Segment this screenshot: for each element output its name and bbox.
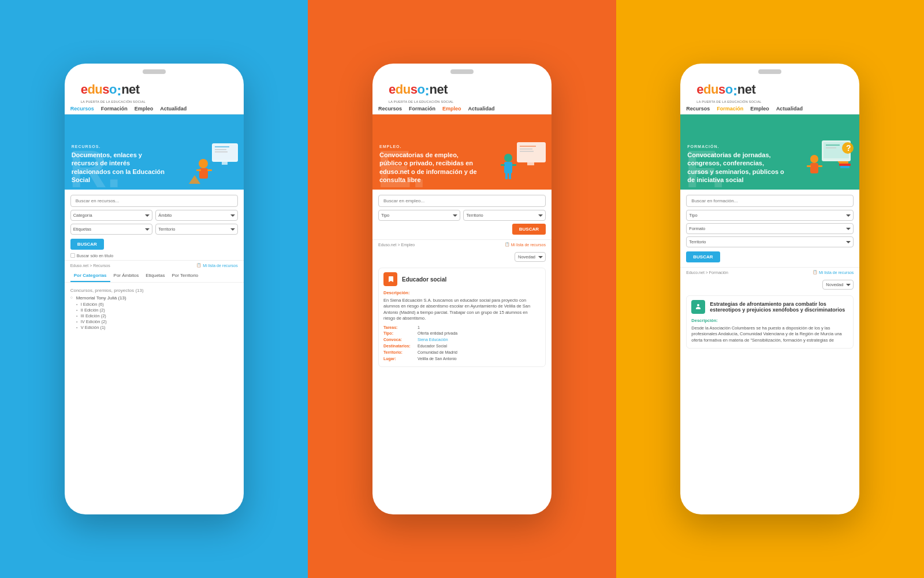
meta-tareas-label: Tareas: bbox=[383, 325, 415, 331]
buscar-button-empleo[interactable]: BUSCAR bbox=[512, 224, 546, 235]
cat-sub-1[interactable]: I Edición (6) bbox=[70, 302, 238, 307]
svg-text:?: ? bbox=[846, 143, 851, 153]
nav-empleo-2[interactable]: Empleo bbox=[442, 106, 461, 112]
result-header-formacion: Estrategias de afrontamiento para combat… bbox=[687, 296, 853, 318]
hero-illustration bbox=[180, 132, 244, 190]
my-list-link-formacion[interactable]: 📋 Mi lista de recursos bbox=[813, 270, 854, 275]
logo-dot: : bbox=[117, 81, 121, 99]
svg-rect-6 bbox=[207, 169, 212, 171]
list-icon: 📋 bbox=[196, 263, 202, 268]
nav-recursos-2[interactable]: Recursos bbox=[378, 106, 402, 112]
cat-sub-3[interactable]: III Edición (2) bbox=[70, 313, 238, 318]
result-card-formacion: Estrategias de afrontamiento para combat… bbox=[686, 295, 854, 349]
filter-etiquetas[interactable]: Etiquetas bbox=[70, 224, 153, 235]
svg-rect-36 bbox=[833, 162, 839, 171]
search-area-empleo: Tipo Territorio BUSCAR bbox=[372, 190, 552, 239]
svg-point-3 bbox=[199, 159, 208, 168]
hero-title-2: Convocatorias de empleo, público o priva… bbox=[379, 151, 478, 184]
logo-net: net bbox=[121, 82, 140, 97]
logo-net-3: net bbox=[737, 82, 756, 97]
nav-actualidad-2[interactable]: Actualidad bbox=[468, 106, 495, 112]
tab-por-territorio[interactable]: Por Territorio bbox=[169, 270, 202, 282]
nav-actualidad-3[interactable]: Actualidad bbox=[776, 106, 803, 112]
svg-rect-8 bbox=[215, 146, 229, 147]
cat-count: (13) bbox=[135, 288, 143, 293]
phone-recursos: eduso:net LA PUERTA DE LA EDUCACIÓN SOCI… bbox=[65, 64, 244, 514]
result-title-empleo[interactable]: Educador social bbox=[402, 276, 446, 283]
nav-formacion-2[interactable]: Formación bbox=[409, 106, 435, 112]
filter-territorio[interactable]: Territorio bbox=[155, 224, 238, 235]
cat-title-text: Concursos, premios, proyectos bbox=[70, 288, 134, 293]
svg-rect-13 bbox=[520, 146, 536, 147]
nav-recursos-3[interactable]: Recursos bbox=[686, 106, 710, 112]
meta-tipo-label: Tipo: bbox=[383, 331, 415, 336]
logo-e-2: e bbox=[389, 82, 396, 97]
breadcrumb-recursos: Eduso.net > Recursos bbox=[70, 264, 110, 268]
logo-2: eduso:net bbox=[381, 77, 543, 100]
result-body-empleo: Descripción: En Siena Edcuación S.A. bus… bbox=[379, 290, 545, 366]
search-input-empleo[interactable] bbox=[378, 195, 546, 207]
panel-recursos: eduso:net LA PUERTA DE LA EDUCACIÓN SOCI… bbox=[0, 0, 308, 578]
svg-rect-21 bbox=[505, 173, 508, 179]
logo-sub: LA PUERTA DE LA EDUCACIÓN SOCIAL bbox=[73, 100, 236, 105]
phone-formacion: eduso:net LA PUERTA DE LA EDUCACIÓN SOCI… bbox=[680, 64, 859, 514]
filter-territorio-empleo[interactable]: Territorio bbox=[463, 210, 546, 221]
tab-por-ambitos[interactable]: Por Ámbitos bbox=[110, 270, 143, 282]
nav-formacion-link[interactable]: Formación bbox=[101, 106, 128, 112]
hero-recursos: R. RECURSOS. Documentos, enlaces y recur… bbox=[65, 114, 244, 190]
hero-title: Documentos, enlaces y recursos de interé… bbox=[72, 151, 170, 184]
filter-categoria[interactable]: Categoría bbox=[70, 210, 153, 221]
nav-formacion-3[interactable]: Formación bbox=[717, 106, 743, 112]
search-input-formacion[interactable] bbox=[686, 195, 854, 207]
logo-o: o bbox=[109, 82, 117, 97]
my-list-label: Mi lista de recursos bbox=[203, 264, 237, 268]
checkbox-title-only[interactable] bbox=[70, 253, 75, 258]
result-icon-empleo bbox=[383, 272, 397, 286]
filter-formato-formacion[interactable]: Formato bbox=[686, 223, 854, 234]
my-list-link-empleo[interactable]: 📋 Mi lista de recursos bbox=[505, 242, 546, 247]
buscar-button-formacion[interactable]: BUSCAR bbox=[686, 251, 720, 262]
tab-etiquetas[interactable]: Etiquetas bbox=[142, 270, 168, 282]
tab-por-categorias[interactable]: Por Categorías bbox=[70, 270, 110, 282]
result-header-empleo: Educador social bbox=[379, 268, 545, 290]
search-area-formacion: Tipo Formato Territorio BUSCAR bbox=[680, 190, 859, 267]
logo-o-3: o bbox=[725, 82, 733, 97]
svg-rect-26 bbox=[826, 147, 836, 149]
meta-lugar-val: Velilla de San Antonio bbox=[418, 356, 457, 362]
nav-recursos-link[interactable]: Recursos bbox=[70, 106, 94, 112]
svg-rect-22 bbox=[509, 173, 511, 179]
cat-sub-2[interactable]: II Edición (2) bbox=[70, 307, 238, 313]
sort-select-formacion[interactable]: Novedad bbox=[822, 280, 854, 290]
cat-sub-5[interactable]: V Edición (1) bbox=[70, 325, 238, 330]
desc-text-empleo: En Siena Edcuación S.A. buscamos un educ… bbox=[383, 298, 541, 322]
phone-notch-3 bbox=[758, 69, 781, 74]
svg-rect-16 bbox=[527, 162, 534, 165]
svg-rect-20 bbox=[512, 164, 516, 166]
cat-item-memorial[interactable]: Memorial Tony Juliá (13) bbox=[70, 295, 238, 301]
search-input-recursos[interactable] bbox=[70, 195, 238, 207]
logo-dot-2: : bbox=[424, 81, 429, 99]
logo-dot-3: : bbox=[733, 81, 737, 99]
my-list-link[interactable]: 📋 Mi lista de recursos bbox=[196, 263, 237, 268]
result-title-formacion[interactable]: Estrategias de afrontamiento para combat… bbox=[710, 301, 848, 313]
cat-title: Concursos, premios, proyectos (13) bbox=[70, 287, 238, 293]
panel-empleo: eduso:net LA PUERTA DE LA EDUCACIÓN SOCI… bbox=[308, 0, 616, 578]
sort-select-empleo[interactable]: Novedad bbox=[515, 252, 546, 262]
buscar-button[interactable]: BUSCAR bbox=[70, 239, 104, 250]
filter-tipo-empleo[interactable]: Tipo bbox=[378, 210, 461, 221]
filter-territorio-formacion[interactable]: Territorio bbox=[686, 236, 854, 247]
filter-ambito[interactable]: Ámbito bbox=[155, 210, 238, 221]
nav-empleo-3[interactable]: Empleo bbox=[750, 106, 769, 112]
desc-text-formacion: Desde la Asociación Columbares se ha pue… bbox=[691, 325, 848, 344]
result-body-formacion: Descripción: Desde la Asociación Columba… bbox=[687, 318, 853, 348]
meta-row-recursos: Eduso.net > Recursos 📋 Mi lista de recur… bbox=[65, 260, 244, 270]
nav-empleo-link[interactable]: Empleo bbox=[135, 106, 154, 112]
logo-du-3: du bbox=[703, 82, 718, 97]
search-area-recursos: Categoría Ámbito Etiquetas Territorio BU… bbox=[65, 190, 244, 260]
svg-rect-34 bbox=[838, 161, 848, 164]
filter-tipo-formacion[interactable]: Tipo bbox=[686, 210, 854, 221]
meta-dest-val: Educador Social bbox=[418, 343, 447, 349]
cat-sub-4[interactable]: IV Edición (2) bbox=[70, 319, 238, 324]
nav-actualidad-link[interactable]: Actualidad bbox=[160, 106, 187, 112]
meta-terr-val: Comunidad de Madrid bbox=[418, 350, 457, 355]
